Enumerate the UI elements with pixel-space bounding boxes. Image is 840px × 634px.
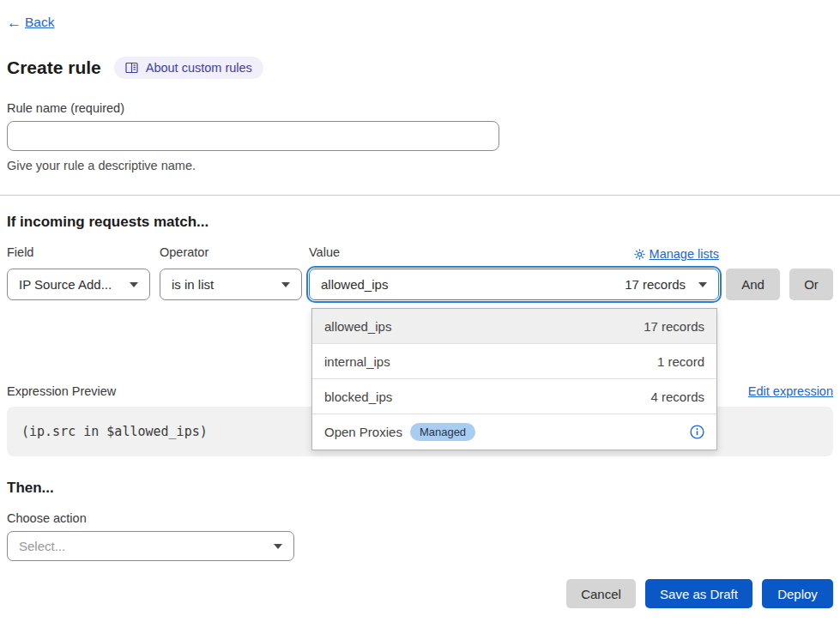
match-section-heading: If incoming requests match... (7, 214, 833, 231)
or-button[interactable]: Or (789, 269, 833, 300)
about-custom-rules-label: About custom rules (146, 61, 252, 75)
field-label: Field (7, 245, 150, 263)
create-rule-page: ← Back Create rule About custom rules Ru… (0, 15, 840, 608)
condition-row: Field IP Source Add... Operator is in li… (7, 245, 833, 300)
value-select-count: 17 records (625, 277, 686, 292)
operator-select[interactable]: is in list (160, 269, 302, 300)
field-select[interactable]: IP Source Add... (7, 269, 150, 300)
section-divider (0, 195, 840, 196)
rule-name-helper: Give your rule a descriptive name. (7, 159, 833, 172)
info-icon[interactable] (690, 425, 704, 439)
managed-badge: Managed (410, 423, 475, 441)
page-title: Create rule (7, 57, 101, 78)
back-arrow-icon: ← (7, 15, 21, 30)
field-select-value: IP Source Add... (19, 277, 112, 292)
chevron-down-icon (698, 282, 707, 287)
list-option-name: Open Proxies (324, 425, 402, 439)
book-icon (125, 62, 139, 74)
operator-label: Operator (160, 245, 302, 263)
list-option-open-proxies[interactable]: Open Proxies Managed (312, 414, 716, 450)
list-option-blocked-ips[interactable]: blocked_ips 4 records (312, 379, 716, 414)
list-option-name: blocked_ips (324, 389, 392, 404)
page-header: Create rule About custom rules (7, 57, 833, 79)
expression-preview-label: Expression Preview (7, 384, 116, 398)
save-as-draft-button[interactable]: Save as Draft (645, 579, 752, 608)
chevron-down-icon (281, 282, 290, 287)
list-option-name: allowed_ips (324, 319, 391, 334)
back-link[interactable]: Back (25, 15, 54, 30)
operator-select-value: is in list (172, 277, 214, 292)
about-custom-rules-link[interactable]: About custom rules (114, 57, 263, 79)
edit-expression-link[interactable]: Edit expression (748, 384, 833, 398)
value-label-row: Value Manage lists (309, 245, 719, 263)
footer-actions: Cancel Save as Draft Deploy (7, 579, 833, 608)
field-column: Field IP Source Add... (7, 245, 150, 300)
manage-lists-label: Manage lists (650, 247, 719, 261)
list-option-internal-ips[interactable]: internal_ips 1 record (312, 344, 716, 379)
operator-column: Operator is in list (160, 245, 302, 300)
list-option-allowed-ips[interactable]: allowed_ips 17 records (312, 309, 716, 344)
list-option-name: internal_ips (324, 354, 390, 369)
list-option-left: Open Proxies Managed (324, 423, 475, 441)
connector-buttons: And Or (726, 245, 833, 300)
deploy-button[interactable]: Deploy (762, 579, 833, 608)
action-select[interactable]: Select... (7, 531, 294, 561)
rule-name-label: Rule name (required) (7, 101, 833, 115)
rule-name-input[interactable] (7, 121, 499, 151)
value-select[interactable]: allowed_ips 17 records (309, 269, 719, 300)
and-button[interactable]: And (726, 269, 780, 300)
gear-icon (634, 249, 645, 260)
expression-code: (ip.src in $allowed_ips) (21, 424, 208, 439)
chevron-down-icon (274, 544, 282, 549)
value-label: Value (309, 245, 340, 263)
cancel-button[interactable]: Cancel (566, 579, 636, 608)
list-option-count: 17 records (644, 319, 704, 334)
chevron-down-icon (130, 282, 138, 287)
action-select-placeholder: Select... (19, 539, 65, 553)
value-dropdown-panel: allowed_ips 17 records internal_ips 1 re… (311, 308, 717, 450)
manage-lists-link[interactable]: Manage lists (634, 247, 719, 261)
list-option-count: 1 record (657, 354, 704, 369)
breadcrumb: ← Back (7, 15, 833, 30)
value-select-name: allowed_ips (321, 277, 388, 292)
value-column: Value Manage lists (309, 245, 719, 300)
value-select-right: 17 records (625, 277, 707, 292)
choose-action-label: Choose action (7, 511, 833, 525)
list-option-count: 4 records (650, 389, 704, 404)
then-heading: Then... (7, 480, 833, 497)
